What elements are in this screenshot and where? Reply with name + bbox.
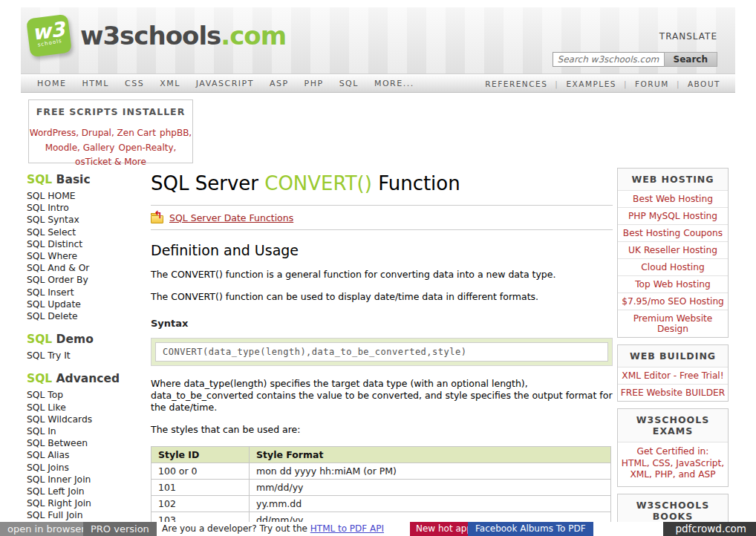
- nav-separator: |: [677, 79, 680, 88]
- hosting-link-coupons[interactable]: Best Hosting Coupons: [618, 224, 728, 241]
- web-hosting-box: WEB HOSTING Best Web Hosting PHP MySQL H…: [617, 168, 729, 338]
- syntax-heading: Syntax: [151, 318, 613, 329]
- sidebar-item-sql-right-join[interactable]: SQL Right Join: [27, 497, 149, 509]
- sidebar-item-sql-and-or[interactable]: SQL And & Or: [27, 262, 149, 274]
- sidebar-item-sql-like[interactable]: SQL Like: [27, 402, 149, 414]
- search-button[interactable]: Search: [664, 52, 717, 67]
- exams-line[interactable]: XML, PHP, and ASP: [619, 469, 726, 481]
- sidebar-item-sql-left-join[interactable]: SQL Left Join: [27, 486, 149, 497]
- developer-note-text: Are you a developer? Try out the: [162, 523, 310, 534]
- nav-item-references[interactable]: REFERENCES: [485, 79, 547, 88]
- free-scripts-title: FREE SCRIPTS INSTALLER: [29, 106, 192, 117]
- translate-link[interactable]: TRANSLATE: [659, 31, 717, 42]
- table-row: 100 or 0 mon dd yyyy hh:miAM (or PM): [151, 463, 611, 480]
- sidebar-item-sql-in[interactable]: SQL In: [27, 425, 149, 437]
- sidebar-item-sql-intro[interactable]: SQL Intro: [27, 202, 149, 214]
- section-title-rest: Basic: [52, 173, 90, 186]
- sidebar-item-sql-select[interactable]: SQL Select: [27, 226, 149, 238]
- exams-link-block[interactable]: Get Certified in: HTML, CSS, JavaScript,…: [618, 442, 728, 486]
- sidebar-item-sql-try-it[interactable]: SQL Try It: [27, 350, 149, 362]
- hosting-link-uk-reseller[interactable]: UK Reseller Hosting: [618, 241, 728, 258]
- syntax-code-box: CONVERT(data_type(length),data_to_be_con…: [151, 338, 613, 366]
- logo-wordmark-tld: .com: [221, 21, 286, 50]
- cell-style-format: mm/dd/yy: [250, 480, 611, 496]
- sidebar-item-sql-syntax[interactable]: SQL Syntax: [27, 214, 149, 226]
- syntax-note: Where data_type(length) specifies the ta…: [151, 378, 613, 414]
- nav-item-css[interactable]: CSS: [125, 79, 144, 88]
- nav-item-php[interactable]: PHP: [304, 79, 324, 88]
- cell-style-id: 100 or 0: [151, 463, 250, 480]
- nav-item-more[interactable]: MORE...: [374, 79, 414, 88]
- pdfcrowd-brand-link[interactable]: pdfcrowd.com: [663, 522, 756, 536]
- building-link-website-builder[interactable]: FREE Website BUILDER: [618, 384, 728, 401]
- backlink-row: ↰ SQL Server Date Functions: [151, 206, 613, 229]
- page-title: SQL Server CONVERT() Function: [151, 172, 613, 195]
- nav-item-javascript[interactable]: JAVASCRIPT: [196, 79, 254, 88]
- pro-version-button[interactable]: PRO version: [83, 522, 157, 536]
- section-title-rest: Demo: [52, 333, 94, 346]
- web-building-title: WEB BUILDING: [618, 345, 728, 367]
- logo[interactable]: w3 schools w3schools.com: [28, 16, 286, 55]
- facebook-albums-link[interactable]: Facebook Albums To PDF: [468, 522, 593, 536]
- main-nav: HOME HTML CSS XML JAVASCRIPT ASP PHP SQL…: [21, 75, 735, 93]
- styles-intro: The styles that can be used are:: [151, 424, 613, 436]
- sidebar-item-sql-full-join[interactable]: SQL Full Join: [27, 509, 149, 521]
- sidebar-item-sql-home[interactable]: SQL HOME: [27, 190, 149, 202]
- open-in-browser-button[interactable]: open in browser: [0, 522, 93, 536]
- nav-left: HOME HTML CSS XML JAVASCRIPT ASP PHP SQL…: [21, 79, 414, 88]
- sidebar-item-sql-joins[interactable]: SQL Joins: [27, 462, 149, 474]
- nav-item-forum[interactable]: FORUM: [635, 79, 669, 88]
- nav-item-home[interactable]: HOME: [37, 79, 66, 88]
- sidebar-item-sql-update[interactable]: SQL Update: [27, 298, 149, 310]
- sidebar-item-sql-order-by[interactable]: SQL Order By: [27, 274, 149, 286]
- sidebar-item-sql-where[interactable]: SQL Where: [27, 250, 149, 262]
- site-header: w3 schools w3schools.com TRANSLATE Searc…: [21, 7, 735, 74]
- pdfcrowd-footer-bar: open in browser PRO version Are you a de…: [0, 522, 756, 536]
- nav-item-asp[interactable]: ASP: [270, 79, 289, 88]
- web-hosting-title: WEB HOSTING: [618, 169, 728, 190]
- right-sidebar: WEB HOSTING Best Web Hosting PHP MySQL H…: [617, 168, 729, 536]
- sidebar-section-sql-basic: SQL Basic: [27, 173, 149, 186]
- sidebar-item-sql-alias[interactable]: SQL Alias: [27, 449, 149, 461]
- page-title-prefix: SQL Server: [151, 172, 264, 195]
- hosting-link-premium-design[interactable]: Premium Website Design: [618, 310, 728, 337]
- hosting-link-cloud[interactable]: Cloud Hosting: [618, 258, 728, 275]
- sidebar-item-sql-distinct[interactable]: SQL Distinct: [27, 238, 149, 250]
- sidebar-section-sql-demo: SQL Demo: [27, 333, 149, 346]
- hosting-link-best-web[interactable]: Best Web Hosting: [618, 190, 728, 207]
- sidebar-item-sql-delete[interactable]: SQL Delete: [27, 310, 149, 322]
- exams-line[interactable]: Get Certified in:: [619, 446, 726, 458]
- nav-item-sql[interactable]: SQL: [339, 79, 359, 88]
- cell-style-id: 101: [151, 480, 250, 496]
- sidebar-item-sql-inner-join[interactable]: SQL Inner Join: [27, 474, 149, 486]
- free-scripts-link-line[interactable]: WordPress, Drupal, Zen Cart: [30, 128, 156, 138]
- sidebar-item-sql-insert[interactable]: SQL Insert: [27, 287, 149, 298]
- hosting-link-php-mysql[interactable]: PHP MySQL Hosting: [618, 207, 728, 224]
- building-link-xml-editor[interactable]: XML Editor - Free Trial!: [618, 367, 728, 384]
- col-style-format: Style Format: [250, 447, 611, 463]
- sidebar-item-sql-between[interactable]: SQL Between: [27, 437, 149, 449]
- section-title-green: SQL: [27, 173, 52, 186]
- nav-item-about[interactable]: ABOUT: [688, 79, 720, 88]
- section-title-green: SQL: [27, 372, 52, 385]
- html-to-pdf-api-link[interactable]: HTML to PDF API: [310, 523, 384, 534]
- sidebar-item-sql-top[interactable]: SQL Top: [27, 389, 149, 401]
- cell-style-format: yy.mm.dd: [250, 496, 611, 512]
- nav-separator: |: [555, 79, 558, 88]
- search-input[interactable]: [553, 52, 664, 67]
- exams-line[interactable]: HTML, CSS, JavaScript,: [619, 458, 726, 470]
- nav-item-examples[interactable]: EXAMPLES: [566, 79, 616, 88]
- definition-paragraph-2: The CONVERT() function can be used to di…: [151, 291, 613, 303]
- hosting-link-seo[interactable]: $7.95/mo SEO Hosting: [618, 292, 728, 310]
- sidebar-item-sql-wildcards[interactable]: SQL Wildcards: [27, 414, 149, 425]
- table-row: 102 yy.mm.dd: [151, 496, 611, 512]
- nav-item-html[interactable]: HTML: [82, 79, 109, 88]
- free-scripts-installer-ad[interactable]: FREE SCRIPTS INSTALLER WordPress, Drupal…: [28, 99, 193, 163]
- cell-style-format: mon dd yyyy hh:miAM (or PM): [250, 463, 611, 480]
- logo-wordmark: w3schools.com: [80, 21, 286, 50]
- nav-item-xml[interactable]: XML: [160, 79, 180, 88]
- page-title-highlight: CONVERT(): [264, 172, 372, 195]
- hosting-link-top-web[interactable]: Top Web Hosting: [618, 275, 728, 292]
- date-functions-link[interactable]: SQL Server Date Functions: [169, 212, 293, 223]
- cell-style-id: 102: [151, 496, 250, 512]
